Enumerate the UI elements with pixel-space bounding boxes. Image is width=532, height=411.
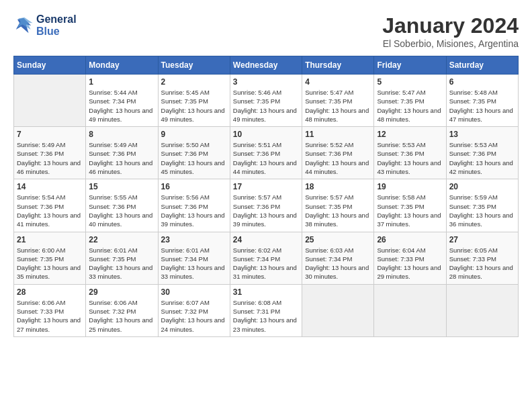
day-info: Sunrise: 6:03 AMSunset: 7:34 PMDaylight:… [305, 246, 371, 281]
day-info: Sunrise: 5:47 AMSunset: 7:35 PMDaylight:… [377, 88, 443, 124]
calendar-cell: 7Sunrise: 5:49 AMSunset: 7:36 PMDaylight… [14, 127, 86, 179]
day-info: Sunrise: 5:53 AMSunset: 7:36 PMDaylight:… [377, 140, 443, 176]
day-number: 26 [377, 235, 443, 244]
day-number: 4 [305, 77, 371, 87]
calendar-cell [446, 284, 518, 336]
day-number: 27 [449, 235, 515, 244]
calendar-cell: 29Sunrise: 6:06 AMSunset: 7:32 PMDayligh… [86, 284, 158, 336]
day-number: 21 [17, 235, 83, 244]
calendar-cell: 28Sunrise: 6:06 AMSunset: 7:33 PMDayligh… [14, 284, 86, 336]
day-header-saturday: Saturday [446, 56, 518, 75]
day-info: Sunrise: 5:54 AMSunset: 7:36 PMDaylight:… [17, 193, 83, 228]
day-info: Sunrise: 5:59 AMSunset: 7:35 PMDaylight:… [449, 193, 515, 228]
day-number: 12 [377, 130, 443, 139]
calendar-cell: 12Sunrise: 5:53 AMSunset: 7:36 PMDayligh… [374, 127, 446, 179]
day-number: 20 [449, 182, 515, 191]
calendar-cell: 26Sunrise: 6:04 AMSunset: 7:33 PMDayligh… [374, 232, 446, 284]
calendar-cell: 27Sunrise: 6:05 AMSunset: 7:33 PMDayligh… [446, 232, 518, 284]
calendar-cell: 5Sunrise: 5:47 AMSunset: 7:35 PMDaylight… [374, 75, 446, 127]
calendar-cell: 14Sunrise: 5:54 AMSunset: 7:36 PMDayligh… [14, 179, 86, 232]
day-number: 10 [233, 130, 299, 139]
day-header-thursday: Thursday [302, 56, 374, 75]
day-info: Sunrise: 5:46 AMSunset: 7:35 PMDaylight:… [233, 88, 299, 124]
calendar-table: SundayMondayTuesdayWednesdayThursdayFrid… [13, 56, 519, 337]
day-info: Sunrise: 5:52 AMSunset: 7:36 PMDaylight:… [305, 140, 371, 176]
calendar-cell: 8Sunrise: 5:49 AMSunset: 7:36 PMDaylight… [86, 127, 158, 179]
logo-icon [13, 15, 34, 36]
calendar-cell: 21Sunrise: 6:00 AMSunset: 7:35 PMDayligh… [14, 232, 86, 284]
calendar-cell: 17Sunrise: 5:57 AMSunset: 7:36 PMDayligh… [230, 179, 302, 232]
day-info: Sunrise: 6:01 AMSunset: 7:34 PMDaylight:… [161, 246, 227, 281]
day-info: Sunrise: 6:04 AMSunset: 7:33 PMDaylight:… [377, 246, 443, 281]
day-info: Sunrise: 5:55 AMSunset: 7:36 PMDaylight:… [89, 193, 154, 228]
calendar-cell: 20Sunrise: 5:59 AMSunset: 7:35 PMDayligh… [446, 179, 518, 232]
day-info: Sunrise: 5:56 AMSunset: 7:36 PMDaylight:… [161, 193, 227, 228]
calendar-week-row: 21Sunrise: 6:00 AMSunset: 7:35 PMDayligh… [14, 232, 519, 284]
day-info: Sunrise: 6:08 AMSunset: 7:31 PMDaylight:… [233, 298, 299, 334]
day-info: Sunrise: 5:47 AMSunset: 7:35 PMDaylight:… [305, 88, 371, 124]
day-header-tuesday: Tuesday [158, 56, 230, 75]
day-number: 5 [377, 77, 443, 87]
day-header-friday: Friday [374, 56, 446, 75]
calendar-cell: 25Sunrise: 6:03 AMSunset: 7:34 PMDayligh… [302, 232, 374, 284]
day-info: Sunrise: 5:58 AMSunset: 7:35 PMDaylight:… [377, 193, 443, 228]
calendar-cell: 23Sunrise: 6:01 AMSunset: 7:34 PMDayligh… [158, 232, 230, 284]
day-info: Sunrise: 5:50 AMSunset: 7:36 PMDaylight:… [161, 140, 227, 176]
day-number: 14 [17, 182, 83, 191]
calendar-cell: 4Sunrise: 5:47 AMSunset: 7:35 PMDaylight… [302, 75, 374, 127]
day-info: Sunrise: 6:02 AMSunset: 7:34 PMDaylight:… [233, 246, 299, 281]
day-number: 28 [17, 287, 83, 297]
calendar-cell: 1Sunrise: 5:44 AMSunset: 7:34 PMDaylight… [86, 75, 158, 127]
day-number: 7 [17, 130, 83, 139]
calendar-cell: 3Sunrise: 5:46 AMSunset: 7:35 PMDaylight… [230, 75, 302, 127]
day-number: 1 [89, 77, 154, 87]
calendar-header-row: SundayMondayTuesdayWednesdayThursdayFrid… [14, 56, 519, 75]
calendar-cell: 19Sunrise: 5:58 AMSunset: 7:35 PMDayligh… [374, 179, 446, 232]
day-info: Sunrise: 6:06 AMSunset: 7:33 PMDaylight:… [17, 298, 83, 334]
day-header-wednesday: Wednesday [230, 56, 302, 75]
day-info: Sunrise: 5:48 AMSunset: 7:35 PMDaylight:… [449, 88, 515, 124]
logo-text: General Blue [36, 13, 77, 38]
day-info: Sunrise: 5:57 AMSunset: 7:35 PMDaylight:… [305, 193, 371, 228]
calendar-cell: 9Sunrise: 5:50 AMSunset: 7:36 PMDaylight… [158, 127, 230, 179]
day-info: Sunrise: 5:49 AMSunset: 7:36 PMDaylight:… [17, 140, 83, 176]
calendar-cell: 15Sunrise: 5:55 AMSunset: 7:36 PMDayligh… [86, 179, 158, 232]
day-number: 17 [233, 182, 299, 191]
day-number: 23 [161, 235, 227, 244]
day-info: Sunrise: 6:06 AMSunset: 7:32 PMDaylight:… [89, 298, 154, 334]
day-info: Sunrise: 6:01 AMSunset: 7:35 PMDaylight:… [89, 246, 154, 281]
day-number: 13 [449, 130, 515, 139]
day-info: Sunrise: 6:05 AMSunset: 7:33 PMDaylight:… [449, 246, 515, 281]
day-info: Sunrise: 5:51 AMSunset: 7:36 PMDaylight:… [233, 140, 299, 176]
day-number: 2 [161, 77, 227, 87]
day-number: 30 [161, 287, 227, 297]
day-header-sunday: Sunday [14, 56, 86, 75]
calendar-week-row: 1Sunrise: 5:44 AMSunset: 7:34 PMDaylight… [14, 75, 519, 127]
day-number: 22 [89, 235, 154, 244]
calendar-cell: 16Sunrise: 5:56 AMSunset: 7:36 PMDayligh… [158, 179, 230, 232]
calendar-cell [302, 284, 374, 336]
day-header-monday: Monday [86, 56, 158, 75]
calendar-cell: 18Sunrise: 5:57 AMSunset: 7:35 PMDayligh… [302, 179, 374, 232]
day-info: Sunrise: 6:00 AMSunset: 7:35 PMDaylight:… [17, 246, 83, 281]
calendar-cell: 30Sunrise: 6:07 AMSunset: 7:32 PMDayligh… [158, 284, 230, 336]
day-info: Sunrise: 6:07 AMSunset: 7:32 PMDaylight:… [161, 298, 227, 334]
page-header: General Blue January 2024 El Soberbio, M… [13, 13, 519, 49]
calendar-week-row: 14Sunrise: 5:54 AMSunset: 7:36 PMDayligh… [14, 179, 519, 232]
day-number: 15 [89, 182, 154, 191]
logo: General Blue [13, 13, 77, 38]
day-number: 31 [233, 287, 299, 297]
day-number: 29 [89, 287, 154, 297]
day-number: 9 [161, 130, 227, 139]
day-info: Sunrise: 5:57 AMSunset: 7:36 PMDaylight:… [233, 193, 299, 228]
location-subtitle: El Soberbio, Misiones, Argentina [382, 38, 519, 49]
calendar-week-row: 7Sunrise: 5:49 AMSunset: 7:36 PMDaylight… [14, 127, 519, 179]
calendar-cell: 22Sunrise: 6:01 AMSunset: 7:35 PMDayligh… [86, 232, 158, 284]
day-number: 25 [305, 235, 371, 244]
calendar-cell: 6Sunrise: 5:48 AMSunset: 7:35 PMDaylight… [446, 75, 518, 127]
calendar-cell [374, 284, 446, 336]
month-title: January 2024 [382, 13, 519, 38]
day-number: 8 [89, 130, 154, 139]
day-number: 6 [449, 77, 515, 87]
calendar-cell: 2Sunrise: 5:45 AMSunset: 7:35 PMDaylight… [158, 75, 230, 127]
